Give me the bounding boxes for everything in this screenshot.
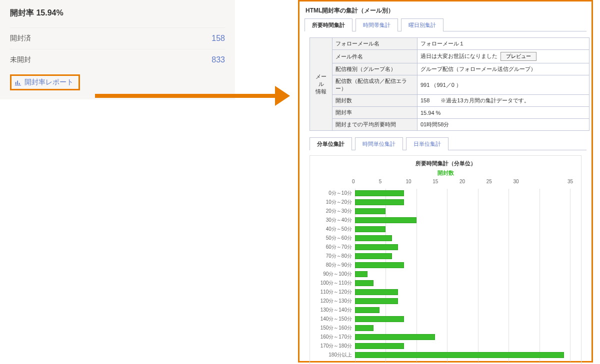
info-value: 01時間58分 [418,119,590,131]
bar-row: 120分～130分 [315,297,570,306]
axis-tick: 15 [432,179,438,184]
bar-row: 100分～110分 [315,279,570,288]
info-value: グループ配信（フォローメール送信グループ） [418,63,590,75]
bar-label: 70分～80分 [315,253,355,260]
info-label: 開封数 [332,95,418,107]
open-rate-report-panel: HTML開封率の集計（メール別） 所要時間集計時間帯集計曜日別集計 メール情報フ… [298,0,593,363]
bar-row: 90分～100分 [315,270,570,279]
info-value: 991 （991／0 ） [418,75,590,95]
tab-時間単位集計[interactable]: 時間単位集計 [355,137,403,150]
bar-row: 30分～40分 [315,216,570,225]
bar-label: 50分～60分 [315,235,355,242]
bar-label: 0分～10分 [315,190,355,197]
axis-tick: 25 [486,179,492,184]
stat-label-opened: 開封済 [10,34,31,43]
stat-unopened: 未開封 833 [10,49,225,70]
bar-fill [355,226,386,232]
bar-label: 180分以上 [315,352,355,359]
info-side-header: メール情報 [310,38,332,131]
stat-label-unopened: 未開封 [10,55,31,64]
bar-label: 160分～170分 [315,334,355,341]
bar-fill [355,253,392,259]
bar-fill [355,325,374,331]
bar-label: 40分～50分 [315,226,355,233]
bar-row: 130分～140分 [315,306,570,315]
bar-row: 80分～90分 [315,261,570,270]
bar-fill [355,217,416,223]
bar-fill [355,298,398,304]
bar-label: 90分～100分 [315,271,355,278]
chart-card: 所要時間集計（分単位） 開封数 05101520253035 0分～10分10分… [310,155,582,364]
axis-tick: 10 [406,179,412,184]
bar-label: 100分～110分 [315,280,355,287]
axis-tick: 30 [514,179,519,184]
open-rate-title: 開封率 15.94% [10,8,225,18]
axis-tick: 35 [568,179,573,184]
bar-fill [355,316,404,322]
bar-row: 140分～150分 [315,315,570,324]
bar-label: 150分～160分 [315,325,355,332]
bar-row: 150分～160分 [315,324,570,333]
info-value: 過日は大変お世話になりましたプレビュー [418,50,590,63]
bar-fill [355,235,392,241]
tab-時間帯集計[interactable]: 時間帯集計 [356,18,398,31]
info-label: 開封までの平均所要時間 [332,119,418,131]
bar-fill [355,262,404,268]
tab-曜日別集計[interactable]: 曜日別集計 [401,18,444,31]
bar-label: 140分～150分 [315,316,355,323]
info-label: 配信種別（グループ名） [332,63,418,75]
axis-tick: 5 [379,179,382,184]
bar-fill [355,307,380,313]
bar-label: 110分～120分 [315,289,355,296]
chart: 05101520253035 0分～10分10分～20分20分～30分30分～4… [315,179,575,364]
tab-分単位集計[interactable]: 分単位集計 [310,137,352,150]
bar-row: 60分～70分 [315,243,570,252]
bar-row: 160分～170分 [315,333,570,342]
bar-row: 110分～120分 [315,288,570,297]
bar-fill [355,208,386,214]
bar-label: 10分～20分 [315,199,355,206]
bar-row: 50分～60分 [315,234,570,243]
stat-value-opened: 158 [212,34,225,43]
bar-row: 40分～50分 [315,225,570,234]
axis-tick: 20 [460,179,465,184]
bar-fill [355,343,404,349]
open-rate-report-link[interactable]: 開封率レポート [10,74,80,90]
bar-chart-icon [14,79,22,86]
tabs-primary: 所要時間集計時間帯集計曜日別集計 [304,18,586,31]
info-value: フォローメール１ [418,38,590,50]
info-label: 開封率 [332,107,418,119]
info-label: フォローメール名 [332,38,418,50]
bar-row: 180分以上 [315,351,570,360]
bar-fill [355,271,368,277]
bar-label: 80分～90分 [315,262,355,269]
bar-label: 30分～40分 [315,217,355,224]
info-label: 配信数（配信成功／配信エラー） [332,75,418,95]
bar-fill [355,199,404,205]
arrow-annotation [95,89,295,104]
bar-fill [355,334,435,340]
info-value: 158 ※過去13カ月間の集計データです。 [418,95,590,107]
bar-row: 70分～80分 [315,252,570,261]
bar-label: 120分～130分 [315,298,355,305]
axis-tick: 0 [352,179,355,184]
bar-row: 170分～180分 [315,342,570,351]
open-rate-summary: 開封率 15.94% 開封済 158 未開封 833 開封率レポート [0,0,235,99]
stat-opened: 開封済 158 [10,27,225,49]
info-value: 15.94 % [418,107,590,119]
bar-label: 60分～70分 [315,244,355,251]
bar-label: 130分～140分 [315,307,355,314]
tab-所要時間集計[interactable]: 所要時間集計 [304,18,352,31]
bar-fill [355,289,398,295]
bar-label: 20分～30分 [315,208,355,215]
bar-row: 10分～20分 [315,198,570,207]
report-link-label: 開封率レポート [24,78,74,87]
mail-info-table: メール情報フォローメール名フォローメール１メール件名過日は大変お世話になりました… [310,37,590,131]
panel-title: HTML開封率の集計（メール別） [306,6,586,15]
stat-value-unopened: 833 [212,55,225,64]
bar-fill [355,244,398,250]
preview-button[interactable]: プレビュー [500,52,536,61]
bar-fill [355,190,404,196]
tab-日単位集計[interactable]: 日単位集計 [406,137,448,150]
info-label: メール件名 [332,50,418,63]
